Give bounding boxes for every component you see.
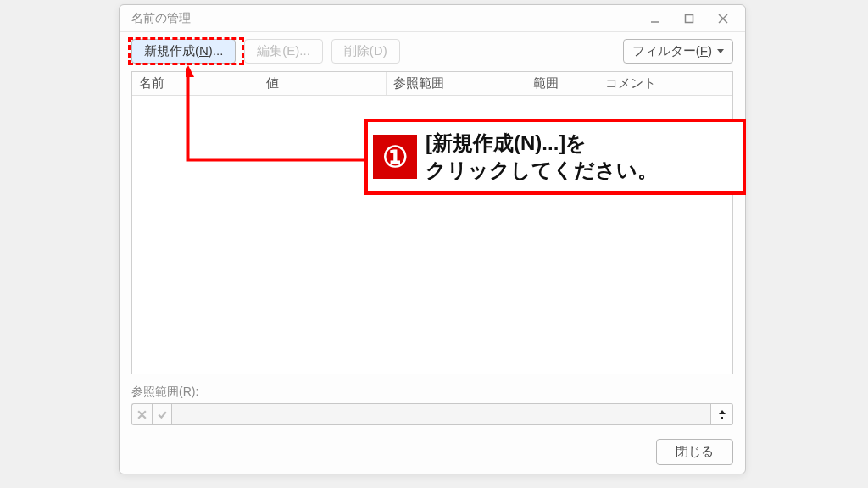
instruction-callout: ① [新規作成(N)...]を クリックしてください。 [364, 119, 746, 195]
step-number-badge: ① [373, 135, 417, 179]
dialog-footer: 閉じる [120, 434, 745, 474]
ref-accept-button[interactable] [152, 403, 172, 425]
svg-rect-1 [686, 14, 693, 22]
filter-button-label: フィルター(F) [632, 43, 712, 59]
column-value[interactable]: 値 [259, 72, 387, 95]
check-icon [157, 409, 168, 420]
new-button[interactable]: 新規作成(N)... [131, 39, 236, 64]
close-icon [718, 14, 728, 24]
svg-marker-7 [719, 410, 726, 414]
range-picker-button[interactable] [711, 403, 733, 425]
edit-button[interactable]: 編集(E)... [244, 39, 323, 64]
x-icon [136, 409, 147, 420]
close-window-button[interactable] [706, 7, 740, 30]
titlebar: 名前の管理 [120, 5, 745, 32]
reference-input[interactable] [172, 403, 711, 425]
dialog-title: 名前の管理 [131, 11, 638, 26]
maximize-button[interactable] [672, 7, 706, 30]
minimize-icon [650, 14, 660, 24]
filter-button[interactable]: フィルター(F) [623, 39, 733, 64]
toolbar: 新規作成(N)... 編集(E)... 削除(D) フィルター(F) [120, 32, 745, 69]
reference-row [131, 403, 733, 425]
collapse-up-icon [717, 409, 727, 419]
ref-cancel-button[interactable] [131, 403, 152, 425]
column-comment[interactable]: コメント [598, 72, 732, 95]
grid-header: 名前 値 参照範囲 範囲 コメント [132, 72, 732, 96]
names-grid: 名前 値 参照範囲 範囲 コメント [131, 71, 733, 374]
name-manager-dialog: 名前の管理 新規作成(N)... 編集(E)... 削除(D) フィルター(F)… [119, 4, 746, 474]
reference-area: 参照範囲(R): [120, 380, 745, 434]
chevron-down-icon [717, 49, 724, 53]
reference-label: 参照範囲(R): [131, 383, 733, 403]
new-button-label: 新規作成(N)... [144, 43, 223, 58]
svg-rect-6 [721, 417, 723, 419]
close-button[interactable]: 閉じる [656, 439, 733, 465]
column-name[interactable]: 名前 [132, 72, 259, 95]
maximize-icon [684, 14, 694, 24]
minimize-button[interactable] [638, 7, 672, 30]
delete-button[interactable]: 削除(D) [331, 39, 400, 64]
instruction-text: [新規作成(N)...]を クリックしてください。 [426, 130, 658, 185]
column-scope[interactable]: 範囲 [526, 72, 598, 95]
column-refers[interactable]: 参照範囲 [387, 72, 526, 95]
